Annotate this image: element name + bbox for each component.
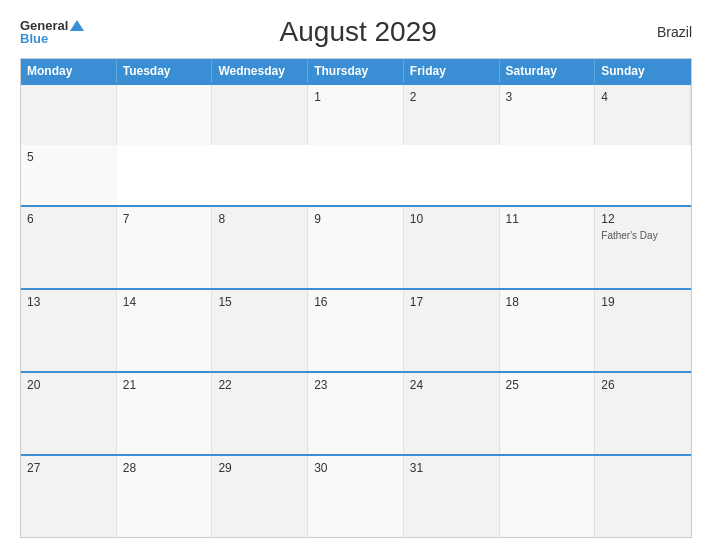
day-number: 13 bbox=[27, 295, 110, 309]
calendar-page: General Blue August 2029 Brazil MondayTu… bbox=[0, 0, 712, 550]
calendar-cell bbox=[21, 85, 117, 145]
day-number: 20 bbox=[27, 378, 110, 392]
day-number: 10 bbox=[410, 212, 493, 226]
day-event: Father's Day bbox=[601, 229, 685, 242]
header: General Blue August 2029 Brazil bbox=[20, 16, 692, 48]
calendar-cell: 8 bbox=[212, 207, 308, 288]
day-number: 31 bbox=[410, 461, 493, 475]
day-number: 9 bbox=[314, 212, 397, 226]
day-number: 21 bbox=[123, 378, 206, 392]
calendar-cell bbox=[212, 85, 308, 145]
day-number: 29 bbox=[218, 461, 301, 475]
calendar-cell: 24 bbox=[404, 373, 500, 454]
calendar-cell: 14 bbox=[117, 290, 213, 371]
weekday-header: Wednesday bbox=[212, 59, 308, 83]
calendar-cell: 23 bbox=[308, 373, 404, 454]
day-number: 22 bbox=[218, 378, 301, 392]
day-number: 25 bbox=[506, 378, 589, 392]
day-number: 18 bbox=[506, 295, 589, 309]
calendar-cell: 17 bbox=[404, 290, 500, 371]
calendar-row: 6789101112Father's Day bbox=[21, 205, 691, 288]
calendar: MondayTuesdayWednesdayThursdayFridaySatu… bbox=[20, 58, 692, 538]
calendar-cell: 16 bbox=[308, 290, 404, 371]
day-number: 16 bbox=[314, 295, 397, 309]
calendar-cell: 22 bbox=[212, 373, 308, 454]
calendar-row: 20212223242526 bbox=[21, 371, 691, 454]
calendar-cell: 28 bbox=[117, 456, 213, 537]
calendar-cell: 15 bbox=[212, 290, 308, 371]
day-number: 15 bbox=[218, 295, 301, 309]
calendar-row: 13141516171819 bbox=[21, 288, 691, 371]
day-number: 26 bbox=[601, 378, 685, 392]
calendar-body: 123456789101112Father's Day1314151617181… bbox=[21, 83, 691, 537]
calendar-cell: 20 bbox=[21, 373, 117, 454]
day-number: 6 bbox=[27, 212, 110, 226]
calendar-cell: 27 bbox=[21, 456, 117, 537]
weekday-header: Sunday bbox=[595, 59, 691, 83]
weekday-header: Tuesday bbox=[117, 59, 213, 83]
logo: General Blue bbox=[20, 19, 84, 45]
country-label: Brazil bbox=[632, 24, 692, 40]
calendar-cell: 5 bbox=[21, 145, 117, 205]
weekday-header: Friday bbox=[404, 59, 500, 83]
calendar-cell: 30 bbox=[308, 456, 404, 537]
calendar-cell: 3 bbox=[500, 85, 596, 145]
calendar-cell: 25 bbox=[500, 373, 596, 454]
calendar-header: MondayTuesdayWednesdayThursdayFridaySatu… bbox=[21, 59, 691, 83]
calendar-cell bbox=[500, 456, 596, 537]
calendar-cell bbox=[117, 85, 213, 145]
calendar-cell: 18 bbox=[500, 290, 596, 371]
calendar-cell: 21 bbox=[117, 373, 213, 454]
day-number: 19 bbox=[601, 295, 685, 309]
calendar-cell: 10 bbox=[404, 207, 500, 288]
day-number: 28 bbox=[123, 461, 206, 475]
day-number: 5 bbox=[27, 150, 111, 164]
calendar-cell: 19 bbox=[595, 290, 691, 371]
calendar-cell: 29 bbox=[212, 456, 308, 537]
logo-blue-text: Blue bbox=[20, 32, 48, 45]
calendar-row: 2728293031 bbox=[21, 454, 691, 537]
weekday-header: Thursday bbox=[308, 59, 404, 83]
day-number: 27 bbox=[27, 461, 110, 475]
day-number: 30 bbox=[314, 461, 397, 475]
day-number: 7 bbox=[123, 212, 206, 226]
calendar-cell: 2 bbox=[404, 85, 500, 145]
day-number: 3 bbox=[506, 90, 589, 104]
calendar-row: 12345 bbox=[21, 83, 691, 205]
day-number: 24 bbox=[410, 378, 493, 392]
day-number: 23 bbox=[314, 378, 397, 392]
calendar-cell: 31 bbox=[404, 456, 500, 537]
logo-triangle-icon bbox=[70, 20, 84, 31]
calendar-cell: 12Father's Day bbox=[595, 207, 691, 288]
day-number: 1 bbox=[314, 90, 397, 104]
calendar-cell: 1 bbox=[308, 85, 404, 145]
calendar-cell bbox=[595, 456, 691, 537]
day-number: 11 bbox=[506, 212, 589, 226]
day-number: 17 bbox=[410, 295, 493, 309]
calendar-cell: 7 bbox=[117, 207, 213, 288]
calendar-cell: 6 bbox=[21, 207, 117, 288]
weekday-header: Monday bbox=[21, 59, 117, 83]
calendar-cell: 9 bbox=[308, 207, 404, 288]
day-number: 8 bbox=[218, 212, 301, 226]
weekday-header: Saturday bbox=[500, 59, 596, 83]
day-number: 2 bbox=[410, 90, 493, 104]
day-number: 12 bbox=[601, 212, 685, 226]
calendar-cell: 4 bbox=[595, 85, 691, 145]
calendar-cell: 26 bbox=[595, 373, 691, 454]
month-title: August 2029 bbox=[84, 16, 632, 48]
calendar-cell: 13 bbox=[21, 290, 117, 371]
day-number: 14 bbox=[123, 295, 206, 309]
day-number: 4 bbox=[601, 90, 684, 104]
calendar-cell: 11 bbox=[500, 207, 596, 288]
